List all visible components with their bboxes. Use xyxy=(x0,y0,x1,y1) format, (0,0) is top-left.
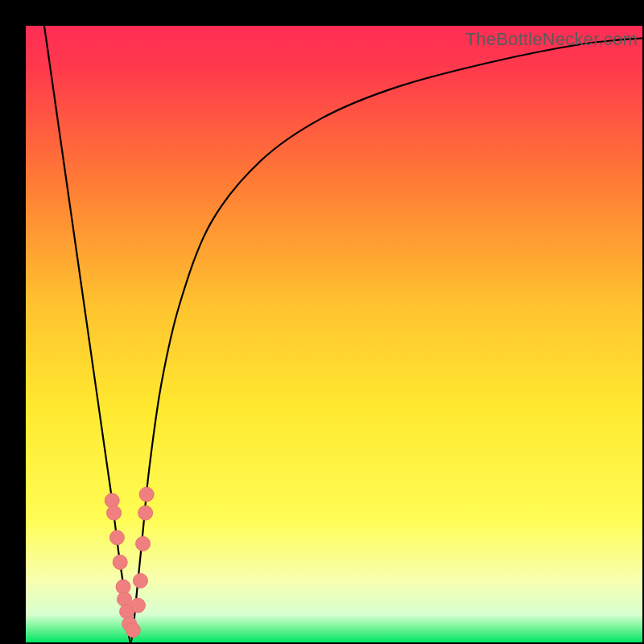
marker-dot xyxy=(126,623,140,638)
chart-frame: TheBottleNecker.com xyxy=(26,26,642,642)
marker-dot xyxy=(139,487,154,502)
marker-dot xyxy=(107,506,122,520)
marker-dot xyxy=(138,506,153,520)
marker-dot xyxy=(109,530,124,545)
marker-dot xyxy=(118,592,132,606)
marker-dot xyxy=(136,536,151,551)
marker-dot xyxy=(113,555,127,569)
bottleneck-chart xyxy=(26,26,642,642)
watermark-label: TheBottleNecker.com xyxy=(465,29,638,50)
marker-dot xyxy=(133,573,147,588)
marker-dot xyxy=(130,598,145,613)
